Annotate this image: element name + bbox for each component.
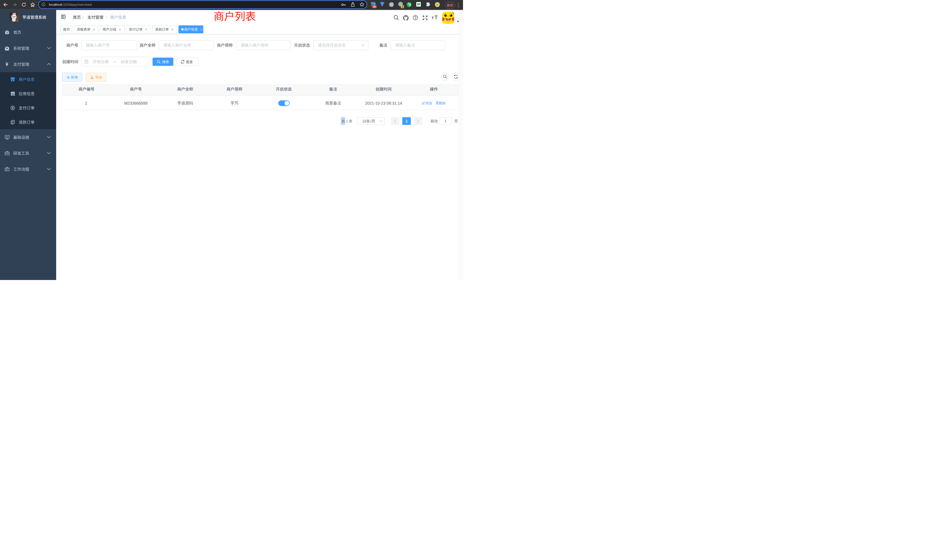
svg-text:1: 1 xyxy=(402,5,403,8)
svg-text:10: 10 xyxy=(373,5,376,8)
